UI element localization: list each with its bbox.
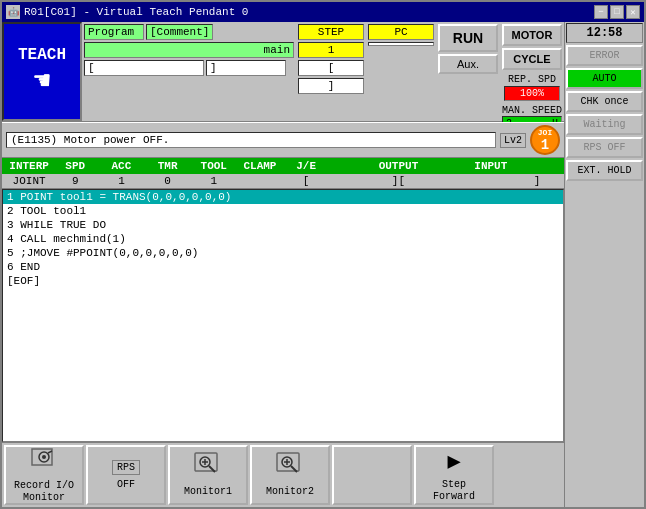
step-label: STEP <box>298 24 364 40</box>
bottom-toolbar: Record I/OMonitor RPS OFF <box>2 442 564 507</box>
monitor1-icon <box>194 452 222 482</box>
rps-off-button[interactable]: RPS OFF <box>86 445 166 505</box>
auto-button[interactable]: AUTO <box>566 68 643 89</box>
col-tmr: TMR <box>145 160 191 172</box>
close-button[interactable]: ✕ <box>626 5 640 19</box>
joint-val5 <box>237 175 283 187</box>
record-io-monitor-button[interactable]: Record I/OMonitor <box>4 445 84 505</box>
step-bracket: [ <box>298 60 364 76</box>
joint-val4: 1 <box>191 175 237 187</box>
teach-hand-icon: ☚ <box>34 64 51 98</box>
record-io-label: Record I/OMonitor <box>14 480 74 504</box>
col-acc: ACC <box>98 160 144 172</box>
teach-button[interactable]: TEACH ☚ <box>2 22 82 121</box>
col-tool: TOOL <box>191 160 237 172</box>
left-panel: TEACH ☚ Program [Comment] main [ ] <box>2 22 564 507</box>
joint-row: JOINT 9 1 0 1 [ ][ ] <box>2 174 564 189</box>
col-empty2 <box>422 160 468 172</box>
teach-label: TEACH <box>18 46 66 64</box>
code-line-1[interactable]: 1 POINT tool1 = TRANS(0,0,0,0,0,0) <box>3 190 563 204</box>
ext-hold-button[interactable]: EXT. HOLD <box>566 160 643 181</box>
status-text: (E1135) Motor power OFF. <box>6 132 496 148</box>
header-row: INTERP SPD ACC TMR TOOL CLAMP J/E OUTPUT… <box>2 158 564 174</box>
record-io-icon <box>30 447 58 476</box>
step-forward-button[interactable]: ▶ StepForward <box>414 445 494 505</box>
step-bracket2: ] <box>298 78 364 94</box>
code-line-5[interactable]: 5 ;JMOVE #PPOINT(0,0,0,0,0,0) <box>3 246 563 260</box>
code-line-2[interactable]: 2 TOOL tool1 <box>3 204 563 218</box>
run-button[interactable]: RUN <box>438 24 498 52</box>
monitor2-button[interactable]: Monitor2 <box>250 445 330 505</box>
time-display: 12:58 <box>566 23 643 43</box>
step-forward-icon: ▶ <box>447 448 460 475</box>
off-label: OFF <box>117 479 135 490</box>
waiting-button[interactable]: Waiting <box>566 114 643 135</box>
rps-off-right-button[interactable]: RPS OFF <box>566 137 643 158</box>
joint-val6 <box>329 175 375 187</box>
program-value[interactable]: main <box>84 42 294 58</box>
rps-label: RPS <box>112 460 140 475</box>
program-row: Program [Comment] <box>84 24 294 40</box>
main-content: TEACH ☚ Program [Comment] main [ ] <box>2 22 644 507</box>
col-output: OUTPUT <box>375 160 421 172</box>
motor-button[interactable]: MOTOR <box>502 24 562 46</box>
spd-bar: 100% <box>504 86 560 101</box>
program-bracket: [ <box>84 60 204 76</box>
chk-once-button[interactable]: CHK once <box>566 91 643 112</box>
window-controls: − □ ✕ <box>594 5 640 19</box>
pc-area: PC <box>366 22 436 121</box>
maximize-button[interactable]: □ <box>610 5 624 19</box>
join-badge: JOI 1 <box>530 125 560 155</box>
joint-val2: 1 <box>98 175 144 187</box>
motor-cycle-area: MOTOR CYCLE REP. SPD 100% MAN. SPEED 2 H <box>500 22 564 121</box>
col-input: INPUT <box>468 160 514 172</box>
main-window: 🤖 R01[C01] - Virtual Teach Pendant 0 − □… <box>0 0 646 509</box>
status-bar: (E1135) Motor power OFF. Lv2 JOI 1 <box>2 122 564 158</box>
col-je: J/E <box>283 160 329 172</box>
step-value: 1 <box>298 42 364 58</box>
man-speed-label: MAN. SPEED <box>502 105 562 116</box>
program-area: Program [Comment] main [ ] <box>82 22 296 121</box>
joint-bracket2: ][ <box>375 175 421 187</box>
monitor2-label: Monitor2 <box>266 486 314 498</box>
lv-badge: Lv2 <box>500 133 526 148</box>
eof-line: [EOF] <box>3 274 563 288</box>
pc-label: PC <box>368 24 434 40</box>
joint-val7 <box>422 175 468 187</box>
rep-spd-area: REP. SPD 100% <box>502 72 562 103</box>
joint-val1: 9 <box>52 175 98 187</box>
col-spd: SPD <box>52 160 98 172</box>
code-line-4[interactable]: 4 CALL mechmind(1) <box>3 232 563 246</box>
program-bracket2: ] <box>206 60 286 76</box>
step-area: STEP 1 [ ] <box>296 22 366 121</box>
col-interp: INTERP <box>6 160 52 172</box>
title-bar: 🤖 R01[C01] - Virtual Teach Pendant 0 − □… <box>2 2 644 22</box>
join-number: JOI 1 <box>538 128 552 153</box>
minimize-button[interactable]: − <box>594 5 608 19</box>
title-icon: 🤖 <box>6 5 20 19</box>
comment-label: [Comment] <box>146 24 213 40</box>
joint-type: JOINT <box>6 175 52 187</box>
rep-spd-label: REP. SPD <box>504 74 560 85</box>
col-empty <box>329 160 375 172</box>
cycle-button[interactable]: CYCLE <box>502 48 562 70</box>
step-forward-label: StepForward <box>433 479 475 503</box>
error-button[interactable]: ERROR <box>566 45 643 66</box>
aux-button[interactable]: Aux. <box>438 54 498 74</box>
col-empty3 <box>514 160 560 172</box>
monitor1-button[interactable]: Monitor1 <box>168 445 248 505</box>
code-line-3[interactable]: 3 WHILE TRUE DO <box>3 218 563 232</box>
top-toolbar: TEACH ☚ Program [Comment] main [ ] <box>2 22 564 122</box>
joint-bracket3: ] <box>514 175 560 187</box>
joint-val3: 0 <box>145 175 191 187</box>
col-clamp: CLAMP <box>237 160 283 172</box>
joint-val8 <box>468 175 514 187</box>
code-area: 1 POINT tool1 = TRANS(0,0,0,0,0,0) 2 TOO… <box>2 189 564 442</box>
right-panel: 12:58 ERROR AUTO CHK once Waiting RPS OF… <box>564 22 644 507</box>
joint-bracket1: [ <box>283 175 329 187</box>
monitor2-icon <box>276 452 304 482</box>
pc-value <box>368 42 434 46</box>
code-line-6[interactable]: 6 END <box>3 260 563 274</box>
window-title: R01[C01] - Virtual Teach Pendant 0 <box>24 6 248 18</box>
program-label: Program <box>84 24 144 40</box>
